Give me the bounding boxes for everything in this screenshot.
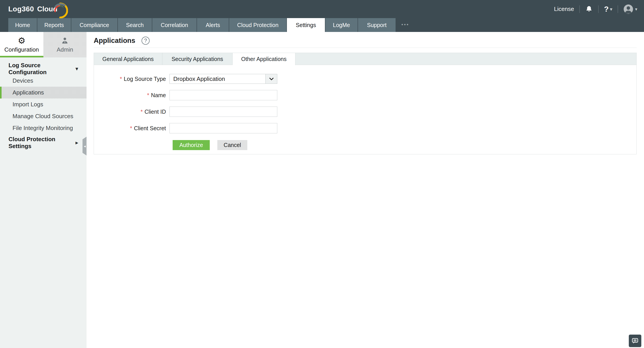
chat-bubble-icon: [631, 337, 639, 345]
nav-item-compliance[interactable]: Compliance: [71, 18, 118, 32]
required-asterisk: *: [120, 76, 122, 82]
other-applications-panel: *Log Source Type Dropbox Application *Na…: [94, 65, 636, 154]
sidebar-section-log-source-configuration[interactable]: Log Source Configuration ▾: [0, 63, 86, 75]
nav-item-alerts[interactable]: Alerts: [197, 18, 229, 32]
log-source-type-label: *Log Source Type: [94, 76, 166, 82]
form-row-client-id: *Client ID: [94, 107, 636, 117]
page-body: ⚙ Configuration Admin Log Source Configu…: [0, 32, 644, 348]
title-row: Applications ?: [94, 35, 644, 46]
help-menu[interactable]: ? ▾: [604, 5, 612, 13]
required-asterisk: *: [140, 109, 143, 115]
app-logo: Log360 Cloud: [0, 5, 58, 13]
header-divider: [598, 5, 598, 13]
client-secret-label: *Client Secret: [94, 125, 166, 132]
nav-item-search[interactable]: Search: [118, 18, 152, 32]
client-secret-input[interactable]: [170, 123, 277, 133]
chevron-down-icon: ▾: [635, 6, 637, 12]
header-divider: [618, 5, 618, 13]
person-icon: [60, 36, 69, 45]
header-divider: [580, 5, 580, 13]
sidebar-item-import-logs[interactable]: Import Logs: [0, 99, 86, 110]
chevron-down-icon: ▾: [610, 6, 612, 12]
help-icon: ?: [604, 5, 609, 13]
page-title: Applications: [94, 37, 135, 45]
license-link[interactable]: License: [554, 5, 574, 12]
log-source-type-select[interactable]: Dropbox Application: [170, 74, 277, 84]
nav-item-home[interactable]: Home: [8, 18, 37, 32]
nav-item-settings[interactable]: Settings: [287, 18, 325, 32]
logo-text: Log360: [8, 5, 34, 13]
header-actions: License ? ▾ ▾: [554, 4, 644, 14]
chevron-right-icon: ▸: [76, 140, 78, 146]
cancel-button[interactable]: Cancel: [217, 140, 247, 150]
sidebar-item-devices[interactable]: Devices: [0, 75, 86, 87]
section-label: Cloud Protection Settings: [8, 136, 76, 150]
sidebar-tabs: ⚙ Configuration Admin: [0, 32, 86, 57]
tab-other-applications[interactable]: Other Applications: [232, 53, 296, 65]
chevron-down-icon: [268, 76, 274, 82]
main-nav: Home Reports Compliance Search Correlati…: [0, 18, 644, 32]
active-tab-underline: [0, 56, 44, 57]
sidebar-tab-label: Configuration: [4, 46, 39, 53]
chevron-left-icon: ◂: [84, 144, 86, 148]
select-dropdown-button[interactable]: [266, 74, 277, 84]
feedback-chat-button[interactable]: [629, 335, 641, 347]
nav-overflow-ellipsis-icon[interactable]: •••: [398, 18, 413, 32]
applications-tabstrip: General Applications Security Applicatio…: [94, 53, 636, 65]
sidebar-collapse-handle[interactable]: ◂: [82, 137, 86, 156]
sidebar-tab-label: Admin: [56, 46, 73, 53]
nav-item-cloud-protection[interactable]: Cloud Protection: [229, 18, 286, 32]
required-asterisk: *: [130, 125, 132, 131]
tab-security-applications[interactable]: Security Applications: [162, 53, 232, 65]
nav-item-reports[interactable]: Reports: [37, 18, 71, 32]
avatar: [624, 4, 633, 14]
tab-general-applications[interactable]: General Applications: [94, 53, 162, 65]
sidebar-menu: Log Source Configuration ▾ Devices Appli…: [0, 57, 86, 149]
nav-item-correlation[interactable]: Correlation: [152, 18, 196, 32]
sidebar-item-manage-cloud-sources[interactable]: Manage Cloud Sources: [0, 110, 86, 122]
nav-item-logme[interactable]: LogMe: [325, 18, 358, 32]
sidebar-item-applications[interactable]: Applications: [0, 87, 86, 99]
form-row-name: *Name: [94, 90, 636, 100]
sidebar-item-file-integrity-monitoring[interactable]: File Integrity Monitoring: [0, 122, 86, 134]
name-label: *Name: [94, 92, 166, 99]
sidebar-section-cloud-protection-settings[interactable]: Cloud Protection Settings ▸: [0, 137, 86, 149]
chevron-down-icon: ▾: [76, 66, 78, 72]
user-menu[interactable]: ▾: [624, 4, 637, 14]
section-label: Log Source Configuration: [8, 62, 76, 76]
form-row-client-secret: *Client Secret: [94, 123, 636, 133]
help-icon[interactable]: ?: [142, 37, 150, 45]
selected-log-source-type: Dropbox Application: [170, 75, 266, 82]
authorize-button[interactable]: Authorize: [173, 140, 210, 150]
sidebar-tab-admin[interactable]: Admin: [44, 32, 87, 57]
top-header: Log360 Cloud License ? ▾: [0, 0, 644, 18]
notification-bell-icon[interactable]: [585, 5, 593, 13]
form-row-log-source-type: *Log Source Type Dropbox Application: [94, 74, 636, 84]
client-id-label: *Client ID: [94, 109, 166, 115]
dropbox-application-form: *Log Source Type Dropbox Application *Na…: [94, 65, 636, 150]
tabstrip-filler: [296, 53, 636, 65]
required-asterisk: *: [147, 92, 149, 98]
nav-item-support[interactable]: Support: [358, 18, 396, 32]
gear-icon: ⚙: [18, 36, 26, 45]
main-content: Applications ? General Applications Secu…: [86, 32, 644, 348]
sidebar-tab-configuration[interactable]: ⚙ Configuration: [0, 32, 44, 57]
form-buttons: Authorize Cancel: [173, 140, 636, 150]
logo-swirl-icon: [52, 2, 68, 18]
client-id-input[interactable]: [170, 107, 277, 117]
sidebar: ⚙ Configuration Admin Log Source Configu…: [0, 32, 86, 348]
name-input[interactable]: [170, 90, 277, 100]
